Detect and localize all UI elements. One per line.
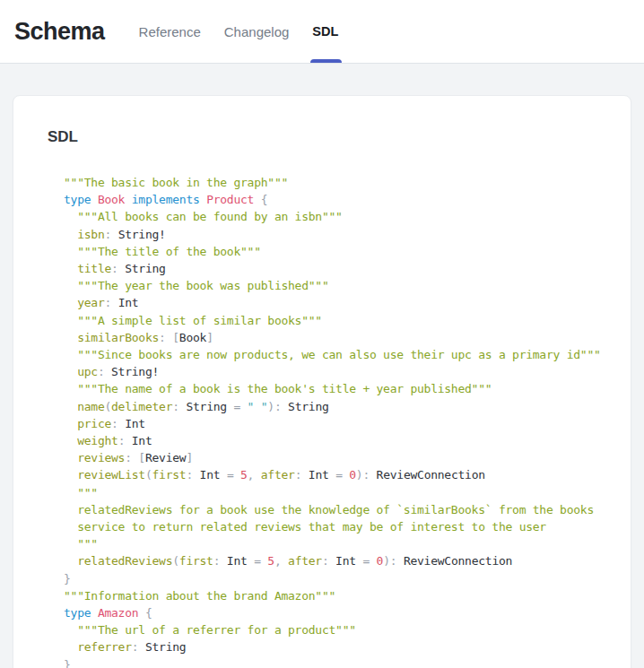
code-token-sp: [396, 554, 404, 568]
code-token-doc: """All books can be found by an isbn""": [77, 210, 343, 223]
code-token-fld: upc: [77, 365, 98, 378]
code-token-sp: [111, 296, 118, 309]
code-token-kw: type: [64, 606, 91, 620]
code-token-pun: =: [233, 400, 240, 413]
code-line: relatedReviews for a book use the knowle…: [64, 501, 622, 518]
code-token-sp: [64, 623, 77, 637]
code-token-pun: ):: [267, 400, 281, 413]
code-line: title: String: [64, 260, 622, 277]
code-line: }: [64, 656, 622, 668]
code-token-sp: [281, 554, 288, 568]
code-token-typ: String: [125, 262, 165, 275]
code-token-pun: ]: [206, 331, 213, 344]
code-token-sp: [64, 503, 77, 516]
code-token-doc: """: [77, 486, 98, 499]
code-token-pun: :: [322, 554, 329, 568]
code-token-typ: ReviewConnection: [404, 554, 512, 568]
code-token-doc: """Since books are now products, we can …: [77, 348, 600, 361]
page-title: Schema: [14, 18, 105, 46]
code-token-pun: {: [145, 606, 152, 620]
code-token-num: 0: [349, 468, 356, 481]
code-line: """The year the book was published""": [64, 277, 622, 294]
code-token-typ: String!: [118, 228, 166, 241]
code-token-pun: (: [145, 468, 152, 481]
code-line: """All books can be found by an isbn""": [64, 208, 622, 225]
code-token-sp: [193, 468, 200, 481]
code-token-sp: [64, 468, 77, 481]
code-token-typ: String: [145, 640, 186, 654]
code-token-pun: :: [159, 331, 166, 344]
code-token-pun: }: [64, 658, 71, 668]
code-line: service to return related reviews that m…: [64, 518, 622, 535]
code-line: isbn: String!: [64, 226, 622, 243]
code-line: }: [64, 570, 622, 587]
code-token-pun: :: [104, 228, 111, 241]
code-line: price: Int: [64, 415, 622, 432]
code-line: similarBooks: [Book]: [64, 329, 622, 346]
code-token-doc: """The url of a referrer for a product""…: [77, 623, 356, 637]
code-token-sp: [329, 468, 336, 481]
code-token-fld: price: [77, 417, 111, 430]
code-token-sp: [254, 468, 261, 481]
code-token-sp: [64, 331, 77, 344]
code-token-sp: [64, 537, 77, 551]
code-line: """A simple list of similar books""": [64, 312, 622, 329]
tab-reference[interactable]: Reference: [139, 0, 201, 63]
code-token-typ: Int: [132, 434, 152, 447]
code-token-sp: [138, 640, 145, 654]
code-token-sp: [138, 606, 145, 620]
code-line: """: [64, 484, 622, 501]
code-token-sp: [111, 228, 118, 241]
code-token-pun: :: [172, 400, 179, 413]
code-token-sp: [64, 640, 77, 654]
code-line: """Information about the brand Amazon""": [64, 587, 622, 604]
code-line: relatedReviews(first: Int = 5, after: In…: [64, 552, 622, 569]
code-token-pun: (: [104, 400, 111, 413]
code-token-doc: """The title of the book""": [77, 245, 261, 258]
code-line: year: Int: [64, 294, 622, 311]
code-line: name(delimeter: String = " "): String: [64, 398, 622, 415]
code-token-sp: [64, 296, 77, 309]
tab-changelog[interactable]: Changelog: [224, 0, 290, 63]
code-token-fld: relatedReviews: [77, 554, 172, 568]
code-token-doc: """A simple list of similar books""": [77, 314, 322, 327]
code-token-pun: [: [172, 331, 179, 344]
tab-sdl[interactable]: SDL: [312, 0, 338, 63]
code-token-typ: String: [288, 400, 328, 413]
code-token-fld: after: [288, 554, 322, 568]
code-line: """Since books are now products, we can …: [64, 346, 622, 363]
tab-sdl-label: SDL: [312, 24, 338, 39]
code-token-pun: [: [138, 451, 145, 464]
code-token-pun: =: [362, 554, 370, 568]
code-token-cls: Product: [206, 193, 254, 206]
code-token-str: " ": [248, 400, 268, 413]
code-token-doc: """The basic book in the graph""": [64, 176, 288, 189]
sdl-card: SDL """The basic book in the graph"""typ…: [13, 95, 631, 668]
code-token-sp: [104, 365, 111, 378]
code-token-sp: [64, 434, 77, 447]
code-token-pun: =: [254, 554, 261, 568]
code-token-typ: Int: [200, 468, 221, 481]
code-token-cls: Book: [98, 193, 125, 206]
code-token-typ: Int: [125, 417, 145, 430]
code-token-sp: [91, 606, 98, 620]
code-token-sp: [64, 210, 77, 223]
code-token-fld: referrer: [77, 640, 132, 654]
code-token-num: 5: [267, 554, 274, 568]
code-token-typ: Book: [179, 331, 206, 344]
code-token-typ: ReviewConnection: [377, 468, 485, 481]
code-line: """: [64, 535, 622, 552]
code-token-sp: [370, 554, 377, 568]
code-token-sp: [254, 193, 261, 206]
code-token-doc: service to return related reviews that m…: [77, 520, 546, 534]
code-token-pun: ):: [383, 554, 396, 568]
sdl-heading: SDL: [48, 128, 622, 146]
code-line: """The name of a book is the book's titl…: [64, 380, 622, 397]
code-line: reviews: [Review]: [64, 449, 622, 466]
code-token-pun: :: [125, 451, 132, 464]
code-token-doc: """Information about the brand Amazon""": [64, 589, 335, 603]
code-token-pun: :: [186, 468, 193, 481]
code-token-pun: :: [111, 417, 118, 430]
active-tab-indicator: [310, 59, 342, 63]
code-token-doc: """The name of a book is the book's titl…: [77, 382, 492, 395]
